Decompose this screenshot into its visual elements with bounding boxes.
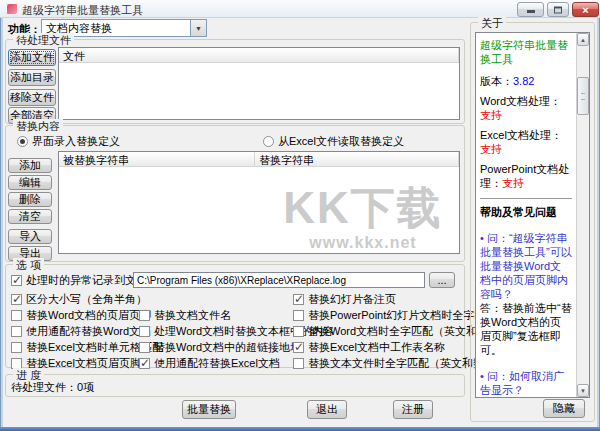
scroll-up-icon[interactable]: ▲ [577,33,589,46]
checkbox-label: 替换幻灯片备注页 [308,292,396,307]
checkbox-word-header-footer[interactable]: 替换Word文档的页眉页脚 [11,308,151,323]
checkbox-icon [293,342,304,353]
replace-rule-list[interactable]: 被替换字符串 替换字符串 [58,151,460,254]
register-button[interactable]: 注册 [393,400,433,419]
window-title: 超级字符串批量替换工具 [22,3,143,18]
word-support-line: Word文档处理：支持 [480,94,572,122]
target-string-column-header[interactable]: 替换字符串 [255,152,459,166]
checkbox-icon [11,310,22,321]
browse-log-button[interactable]: ... [429,272,455,288]
radio-icon [263,136,274,147]
checkbox-label: 使用通配符替换Word文档 [26,324,151,339]
about-content: 超级字符串批量替换工具 版本：3.82 Word文档处理：支持 Excel文档处… [476,33,576,397]
app-window: 超级字符串批量替换工具 × 功能： 文档内容替换 ▼ 待处理文件 添加文件 添加… [0,0,600,431]
checkbox-icon [293,294,304,305]
about-divider [480,198,572,199]
checkbox-icon [11,326,22,337]
batch-replace-button[interactable]: 批量替换 [182,400,236,419]
radio-excel-define-label: 从Excel文件读取替换定义 [278,134,404,149]
pending-file-list-header: 文件 [59,48,459,63]
radio-ui-define-label: 界面录入替换定义 [32,134,120,149]
close-icon: × [582,4,588,15]
title-bar[interactable]: 超级字符串批量替换工具 × [0,0,600,18]
chevron-down-icon[interactable]: ▼ [190,20,206,36]
minimize-icon [527,10,535,13]
excel-support-label: Excel文档处理： [480,129,562,141]
close-button[interactable]: × [572,2,599,17]
hide-button[interactable]: 隐藏 [543,399,585,418]
checkbox-label: 替换Word文档中的超链接地址 [154,340,301,355]
clear-rules-button[interactable]: 清空 [8,209,52,224]
faq-item: 问：如何取消广告显示？ 答：注册后的正式版将不会出现下面的广告显示。 [480,369,572,397]
maximize-icon [554,6,562,13]
about-app-name: 超级字符串批量替换工具 [480,38,572,66]
progress-status: 待处理文件：0项 [11,380,94,395]
about-scrollbar[interactable]: ▲ ▼ [576,33,589,397]
checkbox-icon [293,358,304,369]
checkbox-word-hyperlink[interactable]: 替换Word文档中的超链接地址 [139,340,301,355]
scroll-down-icon[interactable]: ▼ [577,384,589,397]
replace-rule-list-header: 被替换字符串 替换字符串 [59,152,459,167]
checkbox-label: 区分大小写（全角半角） [26,292,147,307]
pending-files-group-label: 待处理文件 [13,33,74,48]
exit-button[interactable]: 退出 [307,400,347,419]
checkbox-label: 替换文档文件名 [154,308,231,323]
checkbox-icon [11,342,22,353]
remove-file-button[interactable]: 移除文件 [8,89,56,106]
options-group-label: 选 项 [13,258,44,273]
word-support-value: 支持 [480,109,502,121]
app-icon [6,3,17,14]
version-value: 3.82 [513,75,534,87]
checkbox-word-wildcard[interactable]: 使用通配符替换Word文档 [11,324,151,339]
checkbox-label: 使用通配符替换Excel文档 [154,356,280,371]
checkbox-icon [11,294,22,305]
checkbox-excel-wildcard[interactable]: 使用通配符替换Excel文档 [139,356,280,371]
faq-item: 问：“超级字符串批量替换工具”可以批量替换Word文档中的页眉页脚内容吗？ 答：… [480,231,572,357]
checkbox-excel-sheet-name[interactable]: 替换Excel文档中工作表名称 [293,340,445,355]
checkbox-icon [11,275,22,286]
client-area: 功能： 文档内容替换 ▼ 待处理文件 添加文件 添加目录 移除文件 全部清空 文… [3,18,597,427]
file-column-header[interactable]: 文件 [59,48,459,62]
checkbox-case-sensitive[interactable]: 区分大小写（全角半角） [11,292,147,307]
add-directory-button[interactable]: 添加目录 [8,69,56,86]
checkbox-icon [139,358,150,369]
about-version-line: 版本：3.82 [480,74,572,88]
checkbox-icon [139,342,150,353]
faq-question: 问：“超级字符串批量替换工具”可以批量替换Word文档中的页眉页脚内容吗？ [480,231,572,301]
radio-icon [17,136,28,147]
ppt-support-label: PowerPoint文档处理： [480,163,569,189]
checkbox-label: 替换Excel文档中工作表名称 [308,340,445,355]
excel-support-line: Excel文档处理：支持 [480,128,572,156]
faq-answer: 答：替换前选中“替换Word文档的页眉页脚”复选框即可。 [480,301,572,357]
source-string-column-header[interactable]: 被替换字符串 [59,152,255,166]
add-file-button[interactable]: 添加文件 [8,49,56,66]
scrollbar-thumb[interactable] [577,77,589,115]
checkbox-ppt-whole-word[interactable]: 替换PowerPoint幻灯片文档时全字匹配 [293,308,496,323]
minimize-button[interactable] [517,2,544,17]
version-label: 版本： [480,75,513,87]
log-path-input[interactable] [133,272,425,288]
radio-excel-define[interactable]: 从Excel文件读取替换定义 [263,134,404,149]
edit-rule-button[interactable]: 编辑 [8,175,52,190]
checkbox-icon [293,326,304,337]
checkbox-replace-filename[interactable]: 替换文档文件名 [139,308,231,323]
faq-question: 问：如何取消广告显示？ [480,369,572,397]
excel-support-value: 支持 [480,143,502,155]
word-support-label: Word文档处理： [480,95,561,107]
checkbox-icon [139,326,150,337]
pending-file-list[interactable]: 文件 [58,47,460,120]
delete-rule-button[interactable]: 删除 [8,192,52,207]
radio-ui-define[interactable]: 界面录入替换定义 [17,134,120,149]
add-rule-button[interactable]: 添加 [8,158,52,173]
about-group-label: 关于 [478,16,506,31]
maximize-button[interactable] [547,2,569,17]
about-panel[interactable]: 超级字符串批量替换工具 版本：3.82 Word文档处理：支持 Excel文档处… [475,32,590,398]
ppt-support-line: PowerPoint文档处理：支持 [480,162,572,190]
replace-content-group-label: 替换内容 [13,119,63,134]
import-rules-button[interactable]: 导入 [8,229,52,244]
checkbox-icon [293,310,304,321]
checkbox-slide-notes[interactable]: 替换幻灯片备注页 [293,292,396,307]
checkbox-label: 替换PowerPoint幻灯片文档时全字匹配 [308,308,496,323]
checkbox-label: 替换Word文档的页眉页脚 [26,308,151,323]
ppt-support-value: 支持 [502,177,524,189]
